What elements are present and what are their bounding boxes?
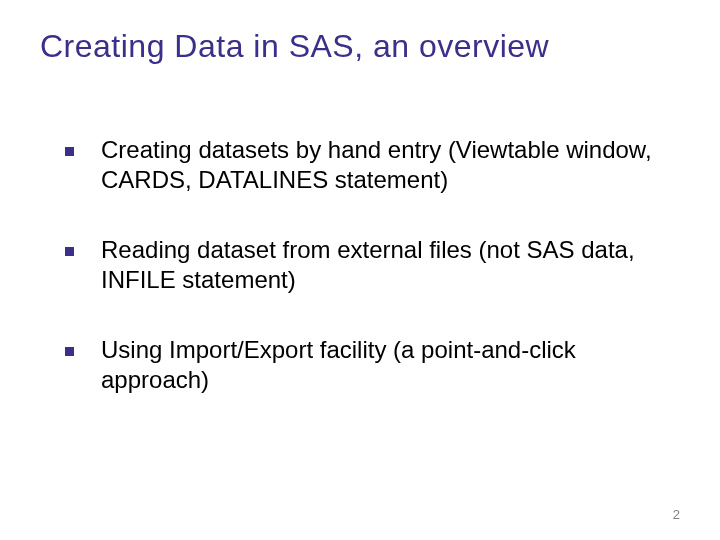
bullet-list: Creating datasets by hand entry (Viewtab… — [40, 135, 680, 395]
bullet-text: Creating datasets by hand entry (Viewtab… — [101, 136, 652, 193]
bullet-icon — [65, 147, 74, 156]
page-number: 2 — [673, 507, 680, 522]
bullet-text: Using Import/Export facility (a point-an… — [101, 336, 576, 393]
slide: Creating Data in SAS, an overview Creati… — [0, 0, 720, 540]
list-item: Reading dataset from external files (not… — [65, 235, 680, 295]
bullet-text: Reading dataset from external files (not… — [101, 236, 635, 293]
bullet-icon — [65, 247, 74, 256]
list-item: Creating datasets by hand entry (Viewtab… — [65, 135, 680, 195]
bullet-icon — [65, 347, 74, 356]
slide-title: Creating Data in SAS, an overview — [40, 28, 680, 65]
list-item: Using Import/Export facility (a point-an… — [65, 335, 680, 395]
